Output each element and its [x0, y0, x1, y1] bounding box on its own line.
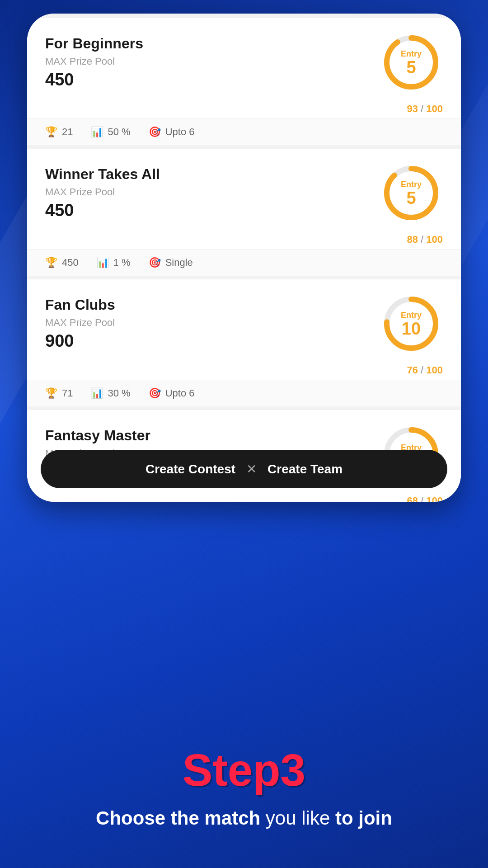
step-label: Step3 [183, 744, 305, 796]
stat-teams-val-fanclubs: Upto 6 [165, 387, 195, 399]
card-pool-beginners: 450 [45, 70, 143, 90]
stat-winners-val-winner: 450 [62, 257, 79, 269]
create-team-button[interactable]: Create Team [267, 462, 343, 476]
step-section: Step3 Choose the match you like to join [0, 497, 488, 868]
stat-teams-beginners: 🎯 Upto 6 [149, 126, 195, 138]
step-desc-bold2: to join [335, 807, 392, 829]
chart-icon-winner: 📊 [97, 257, 109, 269]
step-desc-normal: you like [260, 807, 335, 829]
stat-winners-beginners: 🏆 21 [45, 126, 73, 138]
divider-x-icon: ✕ [246, 462, 257, 476]
stat-teams-winner: 🎯 Single [149, 257, 193, 269]
contest-card-winner[interactable]: Winner Takes All MAX Prize Pool 450 Entr… [27, 149, 461, 276]
card-pool-winner: 450 [45, 201, 160, 220]
card-stats-beginners: 🏆 21 📊 50 % 🎯 Upto 6 [27, 118, 461, 145]
team-icon-beginners: 🎯 [149, 126, 161, 138]
entry-donut-fanclubs: Entry 10 [380, 292, 443, 355]
card-pool-fanclubs: 900 [45, 331, 115, 351]
stat-winners-fanclubs: 🏆 71 [45, 387, 73, 399]
card-title-winner: Winner Takes All [45, 166, 160, 183]
stat-percent-winner: 📊 1 % [97, 257, 131, 269]
entry-label-fanclubs: Entry [401, 311, 422, 320]
trophy-icon-fanclubs: 🏆 [45, 387, 57, 399]
card-subtitle-fanclubs: MAX Prize Pool [45, 317, 115, 329]
stat-winners-val-fanclubs: 71 [62, 387, 73, 399]
create-contest-button[interactable]: Create Contest [145, 462, 235, 476]
stat-winners-winner: 🏆 450 [45, 257, 79, 269]
card-info-beginners: For Beginners MAX Prize Pool 450 [45, 35, 143, 90]
card-info-fanclubs: Fan Clubs MAX Prize Pool 900 [45, 297, 115, 351]
step-description: Choose the match you like to join [96, 805, 392, 832]
card-progress-beginners: 93 / 100 [27, 103, 461, 118]
entry-label-beginners: Entry [401, 49, 422, 59]
card-subtitle-beginners: MAX Prize Pool [45, 56, 143, 67]
card-subtitle-winner: MAX Prize Pool [45, 186, 160, 198]
card-stats-fanclubs: 🏆 71 📊 30 % 🎯 Upto 6 [27, 380, 461, 406]
card-progress-fanclubs: 76 / 100 [27, 364, 461, 380]
stat-percent-val-winner: 1 % [113, 257, 131, 269]
stat-percent-beginners: 📊 50 % [91, 126, 130, 138]
stat-teams-val-beginners: Upto 6 [165, 126, 195, 138]
stat-winners-val-beginners: 21 [62, 126, 73, 138]
trophy-icon-beginners: 🏆 [45, 126, 57, 138]
card-title-fantasy: Fantasy Master [45, 427, 150, 444]
bottom-action-bar: Create Contest ✕ Create Team [41, 450, 447, 488]
contests-list: For Beginners MAX Prize Pool 450 Entry 5 [27, 14, 461, 502]
stat-percent-val-beginners: 50 % [108, 126, 130, 138]
entry-donut-beginners: Entry 5 [380, 31, 443, 94]
stat-teams-val-winner: Single [165, 257, 193, 269]
team-icon-fanclubs: 🎯 [149, 387, 161, 399]
team-icon-winner: 🎯 [149, 257, 161, 269]
card-title-beginners: For Beginners [45, 35, 143, 52]
entry-donut-winner: Entry 5 [380, 161, 443, 225]
phone-content: For Beginners MAX Prize Pool 450 Entry 5 [27, 14, 461, 502]
step-desc-bold1: Choose the match [96, 807, 260, 829]
stat-teams-fanclubs: 🎯 Upto 6 [149, 387, 195, 399]
stat-percent-fanclubs: 📊 30 % [91, 387, 130, 399]
entry-value-beginners: 5 [406, 59, 416, 76]
trophy-icon-winner: 🏆 [45, 257, 57, 269]
card-info-winner: Winner Takes All MAX Prize Pool 450 [45, 166, 160, 220]
card-title-fanclubs: Fan Clubs [45, 297, 115, 313]
entry-value-fanclubs: 10 [402, 320, 421, 337]
stat-percent-val-fanclubs: 30 % [108, 387, 130, 399]
contest-card-beginners[interactable]: For Beginners MAX Prize Pool 450 Entry 5 [27, 18, 461, 145]
chart-icon-fanclubs: 📊 [91, 387, 103, 399]
card-progress-winner: 88 / 100 [27, 234, 461, 249]
card-stats-winner: 🏆 450 📊 1 % 🎯 Single [27, 249, 461, 276]
phone-frame: For Beginners MAX Prize Pool 450 Entry 5 [27, 14, 461, 502]
contest-card-fanclubs[interactable]: Fan Clubs MAX Prize Pool 900 Entry 10 [27, 279, 461, 406]
entry-label-winner: Entry [401, 180, 422, 189]
chart-icon-beginners: 📊 [91, 126, 103, 138]
entry-value-winner: 5 [406, 189, 416, 207]
